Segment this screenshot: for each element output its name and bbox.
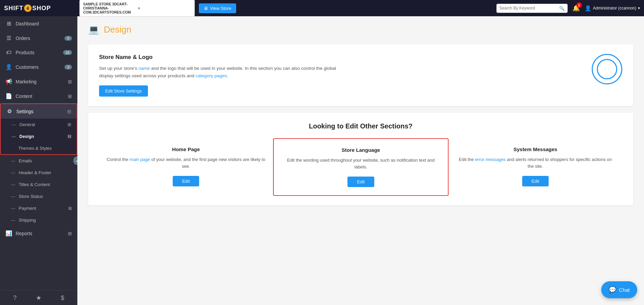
customers-icon: 👤 [5,64,12,70]
sidebar-item-customers[interactable]: 👤 Customers 3 [0,60,77,74]
logo: SHIFT 4 SHOP [4,4,75,12]
products-icon: 🏷 [5,49,12,56]
products-badge: 16 [63,50,72,55]
system-messages-description: Edit the error messages and alerts retur… [455,156,615,170]
collapse-icon: ⊟ [67,109,71,114]
help-icon[interactable]: ? [13,294,17,302]
system-messages-section: System Messages Edit the error messages … [449,138,622,196]
store-name-logo-heading: Store Name & Logo [99,54,343,61]
main-layout: ⊞ Dashboard ☰ Orders 0 🏷 Products 16 👤 C… [0,16,644,305]
header-footer-label: Header & Footer [19,170,51,175]
shipping-label: Shipping [19,218,36,223]
sidebar-item-label: Content [16,94,64,99]
store-selector[interactable]: SAMPLE STORE 3DCART-CHRISTIANNA-COM.3DCA… [79,0,195,17]
topbar-right: 🔍 🔔 1 👤 Administrator (ccannon) ▾ [496,4,640,13]
home-page-description: Control the main page of your website, a… [106,156,266,170]
sidebar-bottom: ? ★ $ [0,290,77,305]
sidebar-item-themes[interactable]: Themes & Styles [1,142,77,154]
chat-label: Chat [619,287,630,293]
logo-4: 4 [24,4,32,12]
page-title: Design [104,24,131,35]
sidebar-item-payment[interactable]: — Payment ⊞ [0,202,77,214]
favorites-icon[interactable]: ★ [36,294,41,302]
chat-bubble[interactable]: 💬 Chat [601,281,637,298]
sidebar-item-content[interactable]: 📄 Content ⊞ [0,89,77,103]
admin-chevron-icon: ▾ [638,6,640,11]
logo-shop: SHOP [32,5,51,12]
expand-icon: ⊞ [68,94,72,99]
system-messages-title: System Messages [455,146,615,152]
sections-row: Home Page Control the main page of your … [99,138,622,196]
expand-icon: ⊞ [68,231,72,236]
store-name-logo-description: Set up your store's name and the logo th… [99,65,343,79]
store-language-description: Edit the wording used throughout your we… [281,157,441,170]
store-selector-label: SAMPLE STORE 3DCART-CHRISTIANNA-COM.3DCA… [83,2,136,14]
sidebar-item-label: Marketing [16,79,64,84]
settings-icon: ⚙ [6,108,13,115]
sidebar-item-products[interactable]: 🏷 Products 16 [0,45,77,60]
home-page-edit-button[interactable]: Edit [173,176,199,186]
chevron-down-icon: ▾ [138,6,191,10]
reports-icon: 📊 [5,230,12,237]
sidebar-item-titles-content[interactable]: — Titles & Content [0,179,77,190]
collapse-arrow-icon: ◀ [76,158,77,163]
search-input[interactable] [499,6,557,11]
payment-label: Payment [19,206,36,211]
sidebar-item-label: Orders [16,36,61,41]
other-sections-card: Looking to Edit Other Sections? Home Pag… [88,113,633,205]
sidebar-item-marketing[interactable]: 📢 Marketing ⊞ [0,74,77,89]
sidebar: ⊞ Dashboard ☰ Orders 0 🏷 Products 16 👤 C… [0,16,77,305]
other-sections-heading: Looking to Edit Other Sections? [99,122,622,130]
home-page-title: Home Page [106,146,266,152]
design-page-icon: 💻 [88,24,99,35]
sidebar-item-design[interactable]: — Design ⊟ [1,130,77,142]
edit-store-settings-button[interactable]: Edit Store Settings [99,85,148,97]
customers-badge: 3 [64,65,72,69]
sidebar-item-dashboard[interactable]: ⊞ Dashboard [0,16,77,31]
billing-icon[interactable]: $ [61,294,64,302]
notification-badge: 1 [576,2,582,8]
store-language-section: Store Language Edit the wording used thr… [273,138,448,196]
expand-icon: ⊞ [68,122,71,127]
view-store-button[interactable]: 🖥 View Store [199,3,236,13]
sidebar-item-label: Products [16,50,60,55]
page-header: 💻 Design [88,24,633,35]
marketing-icon: 📢 [5,78,12,85]
expand-icon: ⊞ [68,206,72,211]
admin-username: Administrator (ccannon) [593,6,636,11]
sidebar-item-shipping[interactable]: — Shipping [0,214,77,226]
sidebar-item-header-footer[interactable]: — Header & Footer [0,167,77,179]
monitor-icon: 🖥 [204,6,208,11]
sidebar-item-settings[interactable]: ⚙ Settings ⊟ [1,104,77,119]
search-box[interactable]: 🔍 [496,4,568,13]
themes-label: Themes & Styles [18,146,52,151]
store-name-logo-card: Store Name & Logo Set up your store's na… [88,44,633,106]
logo-shift: SHIFT [4,5,23,12]
store-language-edit-button[interactable]: Edit [347,177,374,187]
home-page-section: Home Page Control the main page of your … [99,138,273,196]
store-language-title: Store Language [281,147,441,153]
sidebar-item-general[interactable]: — General ⊞ [1,119,77,130]
notification-bell[interactable]: 🔔 1 [572,4,580,12]
settings-group: ⚙ Settings ⊟ — General ⊞ — Design ⊟ Them… [0,103,77,155]
sidebar-item-orders[interactable]: ☰ Orders 0 [0,31,77,45]
admin-avatar-icon: 👤 [585,5,591,12]
emails-label: Emails [19,158,32,163]
topbar: SHIFT 4 SHOP SAMPLE STORE 3DCART-CHRISTI… [0,0,644,16]
main-content: 💻 Design Store Name & Logo Set up your s… [77,16,644,305]
sidebar-item-label: Reports [16,231,64,236]
sidebar-item-emails[interactable]: — Emails [0,155,77,167]
settings-submenu: — General ⊞ — Design ⊟ Themes & Styles [1,119,77,154]
design-label: Design [19,134,34,139]
sidebar-item-store-status[interactable]: — Store Status [0,190,77,202]
dashboard-icon: ⊞ [5,20,12,27]
store-name-logo-text: Store Name & Logo Set up your store's na… [99,54,343,97]
store-name-logo-section: Store Name & Logo Set up your store's na… [99,54,622,97]
collapse-icon: ⊟ [68,134,71,139]
system-messages-edit-button[interactable]: Edit [522,176,549,186]
expand-icon: ⊞ [68,79,72,84]
admin-user-menu[interactable]: 👤 Administrator (ccannon) ▾ [585,5,640,12]
orders-icon: ☰ [5,35,12,41]
sidebar-item-reports[interactable]: 📊 Reports ⊞ [0,226,77,241]
store-status-label: Store Status [19,194,43,199]
